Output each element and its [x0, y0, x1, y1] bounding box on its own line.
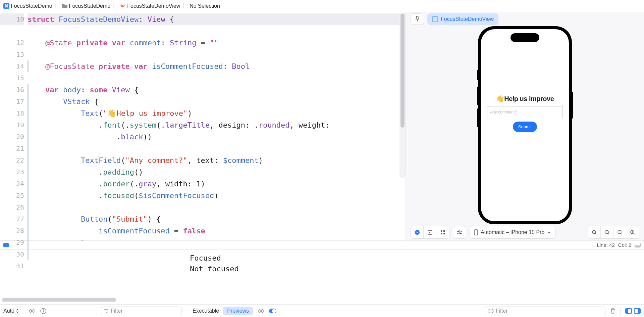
code-line[interactable] [28, 143, 406, 154]
code-line[interactable]: Text("👋Help us improve") [28, 107, 406, 119]
code-line[interactable] [28, 49, 406, 60]
left-pane-toggle[interactable] [625, 308, 632, 314]
line-number: 19 [0, 119, 24, 131]
code-line[interactable]: .focused($isCommentFocused) [28, 190, 406, 201]
variables-view[interactable] [0, 250, 185, 304]
panel-toggle-icon[interactable] [635, 243, 641, 247]
project-icon: ⌘ [3, 3, 9, 9]
line-number: 26 [0, 201, 24, 213]
preview-toolbar: Automatic – iPhone 15 Pro 1 [406, 224, 644, 240]
line-number: 15 [0, 72, 24, 84]
svg-rect-3 [443, 230, 445, 232]
zoom-fit-button[interactable] [601, 226, 613, 238]
console-view[interactable]: FocusedNot focused [185, 250, 644, 304]
line-number: 17 [0, 96, 24, 107]
device-name: Automatic – iPhone 15 Pro [481, 229, 544, 235]
line-number: 28 [0, 225, 24, 237]
console-filter[interactable]: Filter [485, 307, 605, 315]
code-line[interactable]: Button("Submit") { [28, 213, 406, 225]
info-icon[interactable] [40, 308, 46, 314]
code-line[interactable]: TextField("Any comment?", text: $comment… [28, 154, 406, 166]
updown-icon [16, 309, 19, 313]
breadcrumb-folder[interactable]: FocusStateDemo [69, 3, 111, 9]
svg-rect-2 [441, 230, 442, 232]
zoom-actual-button[interactable]: 1 [613, 226, 626, 238]
breadcrumb-project[interactable]: FocusStateDemo [11, 3, 52, 9]
code-line[interactable] [28, 72, 406, 84]
swift-file-icon [120, 3, 126, 9]
seg-previews[interactable]: Previews [223, 307, 253, 315]
console-line: Focused [190, 253, 639, 264]
filter-icon [488, 309, 494, 313]
code-line[interactable]: VStack { [28, 96, 406, 107]
iphone-mockup: 👋Help us improve Any comment? Submit [478, 26, 572, 224]
app-submit-button[interactable]: Submit [513, 122, 537, 132]
svg-text:1: 1 [619, 231, 620, 233]
scope-selector[interactable]: Auto [3, 308, 19, 314]
code-line[interactable]: @State private var comment: String = "" [28, 37, 406, 49]
device-settings-button[interactable] [453, 226, 466, 238]
breadcrumb-sep: 〉 [54, 2, 60, 9]
svg-point-7 [459, 233, 461, 234]
app-textfield[interactable]: Any comment? [487, 106, 563, 118]
scrollbar-thumb[interactable] [400, 13, 405, 128]
breadcrumb-sep: 〉 [112, 2, 118, 9]
svg-point-6 [459, 231, 460, 232]
zoom-out-button[interactable] [588, 226, 601, 238]
code-line[interactable] [28, 201, 406, 213]
code-line[interactable]: struct FocusStateDemoView: View { [28, 13, 406, 25]
variables-filter[interactable]: Filter [101, 307, 181, 315]
dynamic-island [511, 33, 539, 42]
breadcrumb-file[interactable]: FocusStateDemoView [127, 3, 180, 9]
device-selector[interactable]: Automatic – iPhone 15 Pro [470, 226, 555, 239]
breadcrumb-selection: No Selection [190, 3, 220, 9]
filter-icon [104, 309, 109, 313]
variables-footer: Auto Filter [0, 305, 185, 317]
code-line[interactable]: } [28, 237, 406, 240]
metadata-toggle[interactable] [269, 309, 276, 313]
code-area[interactable]: struct FocusStateDemoView: View { @State… [28, 12, 406, 240]
line-number [0, 25, 24, 37]
chevron-down-icon [547, 230, 551, 234]
line-number: 21 [0, 143, 24, 154]
line-number: 22 [0, 154, 24, 166]
horizontal-scrollbar[interactable] [2, 298, 116, 302]
preview-view-name: FocusStateDemoView [441, 16, 494, 22]
line-number: 14 [0, 60, 24, 72]
output-segmented-control[interactable]: Executable Previews [189, 307, 253, 315]
code-line[interactable]: var body: some View { [28, 84, 406, 96]
seg-executable[interactable]: Executable [189, 307, 223, 315]
minimap-scrollbar[interactable] [399, 13, 406, 178]
right-pane-toggle[interactable] [634, 308, 641, 314]
code-line[interactable]: .border(.gray, width: 1) [28, 178, 406, 190]
code-line[interactable] [28, 25, 406, 37]
clear-console-button[interactable] [610, 308, 615, 314]
variants-button[interactable] [436, 226, 449, 238]
code-line[interactable]: .padding() [28, 166, 406, 178]
line-number: 24 [0, 178, 24, 190]
app-title: 👋Help us improve [496, 95, 554, 103]
line-number: 29 [0, 237, 24, 248]
code-editor[interactable]: 1012131415161718192021222324252627282930… [0, 12, 406, 240]
line-number: 18 [0, 107, 24, 119]
preview-view-chip[interactable]: FocusStateDemoView [427, 13, 498, 25]
eye-icon[interactable] [258, 309, 264, 313]
code-line[interactable]: @FocusState private var isCommentFocused… [28, 60, 406, 72]
breadcrumb: ⌘ FocusStateDemo 〉 FocusStateDemo 〉 Focu… [0, 0, 644, 12]
line-gutter: 1012131415161718192021222324252627282930… [0, 12, 28, 240]
zoom-in-button[interactable] [626, 226, 639, 238]
code-line[interactable]: isCommentFocused = false [28, 225, 406, 237]
line-number: 27 [0, 213, 24, 225]
selectable-preview-button[interactable] [424, 226, 436, 238]
svg-rect-4 [441, 233, 442, 234]
line-number: 13 [0, 49, 24, 60]
pin-preview-button[interactable] [411, 13, 424, 25]
code-line[interactable]: .black)) [28, 131, 406, 143]
console-line: Not focused [190, 264, 639, 274]
line-number: 16 [0, 84, 24, 96]
svg-rect-5 [443, 233, 445, 234]
code-line[interactable]: .font(.system(.largeTitle, design: .roun… [28, 119, 406, 131]
svg-point-18 [260, 310, 262, 312]
live-preview-button[interactable] [411, 226, 424, 238]
eye-icon[interactable] [29, 309, 36, 313]
